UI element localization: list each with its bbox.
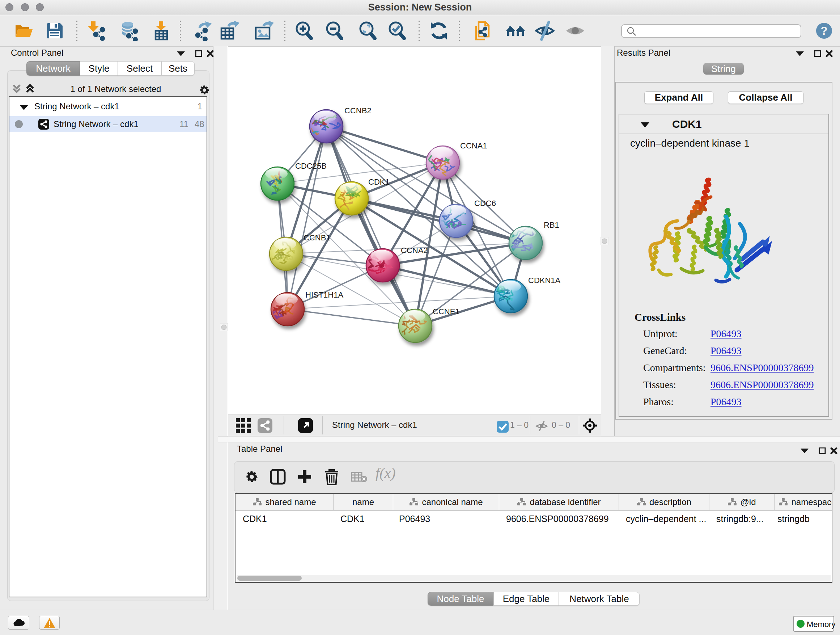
svg-text:?: ? [821, 24, 828, 37]
svg-text:RB1: RB1 [544, 220, 559, 230]
svg-text:CCNE1: CCNE1 [433, 307, 460, 316]
svg-text:CCNB1: CCNB1 [303, 233, 331, 242]
svg-text:CDC25B: CDC25B [295, 162, 327, 171]
svg-text:HIST1H1A: HIST1H1A [305, 290, 343, 299]
svg-text:CDKN1A: CDKN1A [528, 276, 561, 285]
svg-text:CDK1: CDK1 [368, 177, 390, 187]
svg-text:CCNB2: CCNB2 [344, 106, 371, 115]
svg-text:CCNA2: CCNA2 [401, 246, 428, 255]
svg-text:CCNA1: CCNA1 [460, 141, 487, 150]
svg-text:CDC6: CDC6 [474, 199, 496, 208]
